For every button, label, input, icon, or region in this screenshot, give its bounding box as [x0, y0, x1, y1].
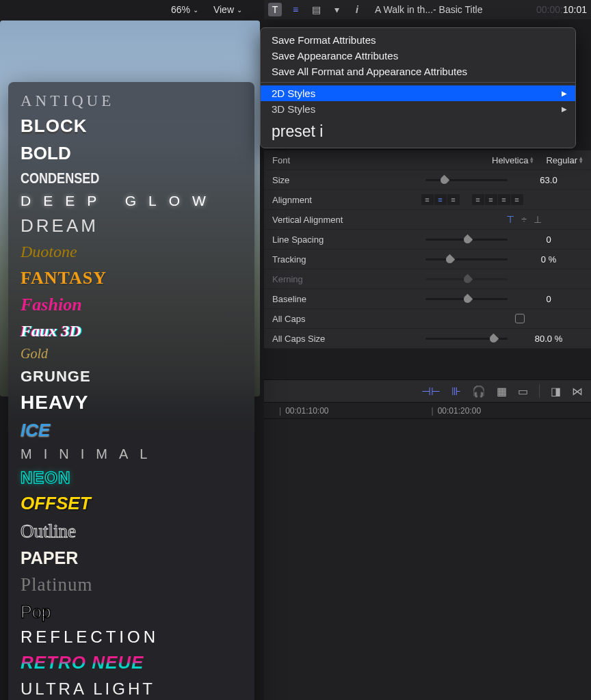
- preset-paper[interactable]: PAPER: [21, 545, 242, 571]
- font-style-dropdown[interactable]: Regular ▴▾: [546, 155, 583, 165]
- align-justify-center-button[interactable]: ≡: [485, 194, 497, 205]
- preset-bold[interactable]: BOLD: [21, 140, 242, 167]
- paragraph-icon[interactable]: ≡: [289, 3, 302, 16]
- row-allcaps-size: All Caps Size 80.0 %: [264, 329, 591, 349]
- stepper-icon: ▴▾: [530, 157, 534, 164]
- row-tracking: Tracking 0 %: [264, 250, 591, 269]
- preset-block[interactable]: BLOCK: [21, 113, 242, 139]
- clip-appearance-icon[interactable]: ▭: [518, 385, 528, 398]
- align-center-button[interactable]: ≡: [434, 194, 447, 205]
- preset-deep-glow[interactable]: DEEP GLOW: [21, 190, 242, 213]
- preset-neon[interactable]: NEON: [21, 466, 242, 491]
- allcaps-size-label: All Caps Size: [272, 334, 361, 344]
- preset-outline[interactable]: Outline: [21, 517, 242, 546]
- preset-heavy[interactable]: HEAVY: [21, 388, 242, 417]
- timeline-tick: 00:01:10:00: [279, 406, 329, 416]
- snap-icon[interactable]: ⊣⊢: [421, 385, 441, 398]
- tracking-label: Tracking: [272, 254, 361, 265]
- align-right-button[interactable]: ≡: [447, 194, 460, 205]
- alignment-label: Alignment: [272, 195, 361, 205]
- timecode: 00:00:10:01: [536, 4, 587, 15]
- preset-condensed[interactable]: CONDENSED: [21, 169, 99, 188]
- toolbar-separator: [539, 384, 540, 398]
- menu-3d-styles[interactable]: 3D Styles ▶: [261, 101, 575, 117]
- font-family-dropdown[interactable]: Helvetica ▴▾: [492, 155, 534, 165]
- allcaps-size-value[interactable]: 80.0 %: [514, 334, 583, 344]
- row-alignment: Alignment ≡ ≡ ≡ ≡ ≡ ≡ ≡: [264, 190, 591, 210]
- kerning-label: Kerning: [272, 274, 361, 284]
- allcaps-checkbox[interactable]: [515, 314, 525, 323]
- menu-search-input[interactable]: preset i: [261, 117, 575, 148]
- preset-minimal[interactable]: MINIMAL: [21, 444, 242, 466]
- stepper-icon: ▴▾: [579, 157, 583, 164]
- preset-platinum[interactable]: Platinum: [21, 571, 242, 599]
- zoom-dropdown[interactable]: 66% ⌄: [171, 4, 198, 15]
- font-label: Font: [272, 155, 361, 165]
- preset-gold[interactable]: Gold: [21, 343, 242, 365]
- text-inspector-icon[interactable]: T: [268, 3, 282, 16]
- preset-grunge[interactable]: GRUNGE: [21, 365, 242, 388]
- view-label: View: [213, 4, 234, 15]
- menu-save-format[interactable]: Save Format Attributes: [261, 32, 575, 48]
- filter-icon[interactable]: ▾: [330, 3, 343, 16]
- align-justify-full-button[interactable]: ≡: [511, 194, 523, 205]
- skimming-icon[interactable]: ⊪: [451, 385, 461, 398]
- preset-duotone[interactable]: Duotone: [21, 239, 242, 265]
- preset-context-menu: Save Format Attributes Save Appearance A…: [260, 27, 576, 148]
- solo-icon[interactable]: ▦: [497, 385, 507, 398]
- text-inspector: Font Helvetica ▴▾ Regular ▴▾ Size 63.0 A…: [264, 150, 591, 349]
- line-spacing-value[interactable]: 0: [514, 234, 583, 245]
- preset-fantasy[interactable]: FANTASY: [21, 265, 242, 291]
- preset-fashion[interactable]: Fashion: [21, 291, 242, 318]
- preset-antique[interactable]: ANTIQUE: [21, 89, 242, 113]
- index-icon[interactable]: ◨: [551, 385, 561, 398]
- baseline-slider[interactable]: [425, 298, 508, 300]
- tracking-slider[interactable]: [425, 258, 508, 260]
- zoom-value: 66%: [171, 4, 190, 15]
- size-slider[interactable]: [425, 179, 508, 181]
- preset-ultra-light[interactable]: ULTRA LIGHT: [21, 677, 242, 700]
- tracking-value[interactable]: 0 %: [514, 254, 583, 265]
- valign-middle-button[interactable]: ÷: [521, 214, 527, 225]
- style-preset-menu: ANTIQUE BLOCK BOLD CONDENSED DEEP GLOW D…: [8, 82, 254, 700]
- size-label: Size: [272, 175, 361, 185]
- menu-separator: [261, 82, 575, 83]
- baseline-value[interactable]: 0: [514, 294, 583, 304]
- row-allcaps: All Caps: [264, 309, 591, 329]
- allcaps-size-slider[interactable]: [425, 338, 508, 340]
- preset-faux-3d[interactable]: Faux 3D: [21, 319, 242, 344]
- preset-offset[interactable]: OFFSET: [21, 490, 242, 517]
- valign-label: Vertical Alignment: [272, 215, 361, 225]
- row-font: Font Helvetica ▴▾ Regular ▴▾: [264, 150, 591, 170]
- row-baseline: Baseline 0: [264, 289, 591, 309]
- menu-save-appearance[interactable]: Save Appearance Attributes: [261, 48, 575, 64]
- row-kerning: Kerning: [264, 269, 591, 289]
- audio-icon[interactable]: 🎧: [472, 385, 486, 398]
- size-value[interactable]: 63.0: [514, 175, 583, 185]
- menu-2d-styles[interactable]: 2D Styles ▶: [261, 85, 575, 101]
- info-icon[interactable]: i: [350, 3, 364, 16]
- baseline-label: Baseline: [272, 294, 361, 304]
- preset-retro-neue[interactable]: RETRO NEUE: [21, 649, 242, 676]
- timeline-toolbar: ⊣⊢ ⊪ 🎧 ▦ ▭ ◨ ⋈: [264, 379, 591, 403]
- chevron-down-icon: ⌄: [193, 6, 198, 14]
- preset-pop[interactable]: Pop: [21, 599, 242, 625]
- valign-top-button[interactable]: ⊤: [506, 214, 514, 225]
- video-inspector-icon[interactable]: ▤: [309, 3, 323, 16]
- view-dropdown[interactable]: View ⌄: [213, 4, 242, 15]
- timeline-ruler[interactable]: 00:01:10:00 00:01:20:00: [264, 403, 591, 419]
- preset-reflection[interactable]: REFLECTION: [21, 625, 242, 650]
- preset-ice[interactable]: ICE: [21, 417, 242, 444]
- chevron-down-icon: ⌄: [237, 6, 242, 14]
- align-justify-left-button[interactable]: ≡: [472, 194, 484, 205]
- effects-icon[interactable]: ⋈: [572, 385, 583, 398]
- align-left-button[interactable]: ≡: [421, 194, 434, 205]
- preset-dream[interactable]: DREAM: [21, 213, 242, 239]
- valign-bottom-button[interactable]: ⊥: [534, 214, 542, 225]
- kerning-slider: [425, 278, 508, 280]
- timeline-panel[interactable]: 00:01:10:00 00:01:20:00: [264, 403, 591, 700]
- menu-save-all[interactable]: Save All Format and Appearance Attribute…: [261, 64, 575, 79]
- align-justify-right-button[interactable]: ≡: [498, 194, 510, 205]
- row-line-spacing: Line Spacing 0: [264, 230, 591, 250]
- line-spacing-slider[interactable]: [425, 239, 508, 241]
